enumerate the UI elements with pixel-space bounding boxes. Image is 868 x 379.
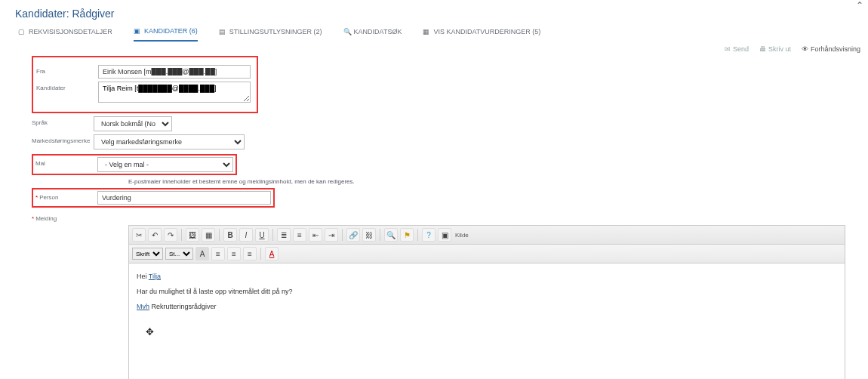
tab-kandidater[interactable]: ▣KANDIDATER (6) [134,24,198,42]
close-icon[interactable]: ⌃ [856,0,863,11]
highlight-fra-kandidater: Fra Kandidater [32,56,258,113]
doc-icon: ▢ [18,28,26,35]
redo-icon[interactable]: ↷ [164,228,177,242]
source-icon[interactable]: ▣ [438,228,451,242]
highlight-mal: Mal - Velg en mal - [32,154,237,175]
sprak-select[interactable]: Norsk bokmål (Norwegian Bokr [94,116,172,131]
zoom-icon[interactable]: 🔍 [384,228,398,242]
editor-toolbar-1: ✂ ↶ ↷ 🖼 ▦ B I U ≣ ≡ ⇤ ⇥ 🔗 ⛓ 🔍 ⚑ ? ▣Kilde [129,226,845,245]
print-action[interactable]: 🖶 Skriv ut [759,45,791,53]
star-icon: ▦ [423,28,430,35]
tab-rekvisisjon[interactable]: ▢REKVISISJONSDETALJER [18,24,112,42]
highlight-person: *Person [32,188,275,208]
rich-text-editor: ✂ ↶ ↷ 🖼 ▦ B I U ≣ ≡ ⇤ ⇥ 🔗 ⛓ 🔍 ⚑ ? ▣Kilde [128,225,845,379]
greeting-name-link[interactable]: Tilja [149,273,161,280]
outdent-icon[interactable]: ⇤ [309,228,322,242]
top-right-toolbar: ✉ Send 🖶 Skriv ut 👁 Forhåndsvisning [0,42,868,53]
align-left-icon[interactable]: ≡ [211,247,225,260]
list-ul-icon[interactable]: ≣ [277,228,291,242]
align-right-icon[interactable]: ≡ [243,247,257,260]
flag-icon[interactable]: ⚑ [400,228,414,242]
bold-icon[interactable]: B [223,228,237,242]
editor-toolbar-2: Skrift St... A ≡ ≡ ≡ A [129,245,845,263]
page-title: Kandidater: Rådgiver [0,0,868,24]
label-person: *Person [35,191,97,201]
font-size-select[interactable]: St... [165,248,193,260]
font-color-icon[interactable]: A [265,247,279,260]
cut-icon[interactable]: ✂ [132,228,146,242]
list-ol-icon[interactable]: ≡ [293,228,306,242]
image-icon[interactable]: 🖼 [186,228,199,242]
tab-bar: ▢REKVISISJONSDETALJER ▣KANDIDATER (6) ▤S… [0,24,868,42]
people-icon: ▣ [134,27,141,35]
label-marked: Markedsføringsmerke [32,134,94,144]
mal-hint: E-postmaler inneholder et bestemt emne o… [128,178,853,185]
tab-sok[interactable]: 🔍KANDIDATSØK [343,24,402,42]
tab-stillings[interactable]: ▤STILLINGSUTLYSNINGER (2) [219,24,322,42]
help-icon[interactable]: ? [422,228,436,242]
unlink-icon[interactable]: ⛓ [362,228,376,242]
indent-icon[interactable]: ⇥ [325,228,338,242]
fra-input[interactable] [98,65,251,79]
label-fra: Fra [36,65,98,75]
preview-action[interactable]: 👁 Forhåndsvisning [802,45,860,53]
table-icon[interactable]: ▦ [202,228,215,242]
mal-select[interactable]: - Velg en mal - [97,157,233,172]
italic-icon[interactable]: I [239,228,253,242]
marked-select[interactable]: Velg markedsføringsmerke [94,134,245,149]
text-color-icon[interactable]: A [195,247,209,260]
align-center-icon[interactable]: ≡ [227,247,241,260]
undo-icon[interactable]: ↶ [148,228,162,242]
underline-icon[interactable]: U [255,228,269,242]
label-melding: *Melding [32,212,94,222]
editor-body[interactable]: Hei Tilja Har du mulighet til å laste op… [129,263,845,379]
label-sprak: Språk [32,116,94,126]
person-input[interactable] [97,191,271,205]
search-icon: 🔍 [343,28,351,35]
kandidater-input[interactable] [98,82,251,103]
tab-vurderinger[interactable]: ▦VIS KANDIDATVURDERINGER (5) [423,24,540,42]
label-kandidater: Kandidater [36,82,98,91]
label-mal: Mal [35,157,97,167]
link-icon[interactable]: 🔗 [346,228,360,242]
list-icon: ▤ [219,28,226,35]
send-action[interactable]: ✉ Send [725,45,749,53]
signature-link[interactable]: Mvh [137,303,149,310]
font-family-select[interactable]: Skrift [132,248,163,260]
